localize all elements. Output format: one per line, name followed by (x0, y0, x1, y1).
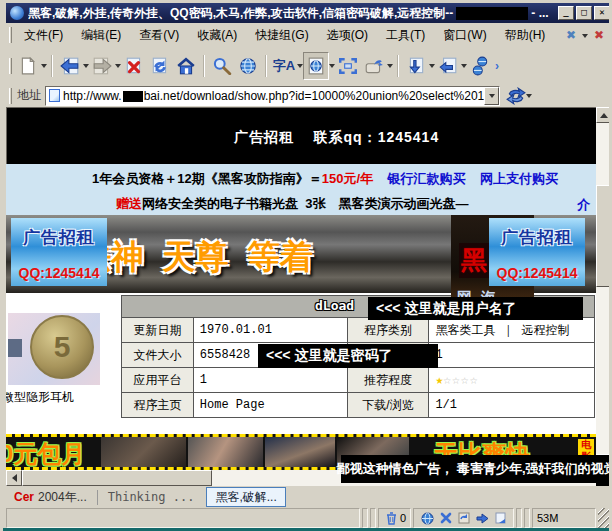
bank-payment-link[interactable]: 银行汇款购买 (387, 170, 465, 188)
new-page-dropdown[interactable] (41, 64, 47, 71)
addressbar-drag-handle[interactable] (9, 88, 12, 104)
tab-3-active[interactable]: 黑客,破解... (206, 487, 285, 507)
resize-grip[interactable] (598, 508, 612, 528)
gift-banner: 赠送网络安全类的电子书籍光盘 3张 黑客类演示动画光盘— (6, 193, 596, 215)
menu-view[interactable]: 查看(V) (130, 24, 188, 46)
status-panel (362, 508, 368, 528)
status-panel (524, 508, 530, 528)
close-button[interactable]: ✕ (594, 6, 610, 20)
horizontal-scroll-thumb[interactable] (22, 470, 212, 486)
quick-actions-panel (413, 508, 514, 528)
new-page-button[interactable] (15, 52, 41, 80)
tab-bar: Cer2004年... Thinking ... 黑客,破解... (6, 486, 612, 508)
scroll-up-button[interactable] (596, 107, 612, 123)
undo-close-button[interactable] (435, 52, 461, 80)
translate-icon: 字A (273, 57, 295, 75)
refresh-button[interactable] (147, 52, 173, 80)
title-bar[interactable]: 黑客,破解,外挂,传奇外挂、QQ密码,木马,作弊,攻击软件,信箱密码破解,远程控… (6, 3, 612, 23)
menubar-drag-handle[interactable] (9, 27, 12, 43)
address-dropdown-button[interactable] (484, 87, 499, 105)
memory-usage: 53M (537, 512, 558, 524)
vertical-scrollbar[interactable] (596, 107, 612, 470)
collector-button[interactable] (361, 52, 387, 80)
scroll-left-button[interactable] (6, 470, 22, 486)
status-page-icon[interactable] (495, 512, 506, 524)
address-url[interactable]: http://www.bai.net/download/show.php?id=… (63, 89, 499, 103)
status-forward-icon[interactable] (476, 513, 489, 524)
status-panel (516, 508, 522, 528)
download-icon (406, 57, 426, 75)
status-globe-icon[interactable] (421, 512, 434, 525)
proxy-button[interactable] (467, 52, 493, 80)
tab-1[interactable]: Cer2004年... (6, 488, 95, 506)
popup-killer-icon[interactable]: ✖ (566, 28, 576, 42)
coin: 5 (30, 315, 94, 379)
stop-button[interactable] (121, 52, 147, 80)
gift-intro-link[interactable]: 介 (577, 196, 590, 214)
new-page-icon (19, 57, 37, 75)
top-ad-text[interactable]: 广告招租 联系qq：1245414 (234, 129, 439, 147)
table-row: 应用平台 1 推荐程度 ★☆☆☆☆ (122, 368, 595, 393)
stop-icon (124, 57, 144, 75)
trash-panel[interactable]: 0 (378, 508, 411, 528)
go-dropdown[interactable] (526, 94, 532, 101)
gift-text: 网络安全类的电子书籍光盘 3张 黑客类演示动画光盘— (142, 195, 468, 213)
menu-options[interactable]: 选项(O) (318, 24, 377, 46)
status-stop-icon[interactable] (440, 512, 452, 524)
chevron-down-icon (489, 94, 495, 101)
row-value[interactable]: Home Page (193, 393, 347, 418)
forward-button[interactable] (89, 52, 115, 80)
ad-photo (101, 437, 186, 467)
menu-window[interactable]: 窗口(W) (434, 24, 495, 46)
sql-injection-username: dLoad (315, 298, 354, 313)
vertical-scroll-thumb[interactable] (596, 185, 612, 287)
menu-edit[interactable]: 编辑(E) (72, 24, 130, 46)
toolbar-separator (397, 55, 399, 77)
go-button[interactable] (506, 87, 526, 105)
online-payment-link[interactable]: 网上支付购买 (480, 170, 558, 188)
download-button[interactable] (403, 52, 429, 80)
toolbar-drag-handle[interactable] (9, 58, 12, 74)
row-value: 黑客类工具 ｜ 远程控制 (429, 318, 595, 343)
collector-dropdown[interactable] (387, 64, 393, 71)
coin-ad-image[interactable]: 5 (8, 313, 100, 385)
menu-file[interactable]: 文件(F) (15, 24, 72, 46)
address-input[interactable]: http://www.bai.net/download/show.php?id=… (45, 86, 500, 106)
star-empty-icon: ☆☆☆☆ (443, 373, 478, 388)
ad-banner-left[interactable]: 广告招租 QQ:1245414 (11, 218, 107, 286)
magazine-title-char: 黑 (459, 243, 489, 278)
translate-button[interactable]: 字A (271, 52, 297, 80)
arrow-up-icon (600, 109, 608, 118)
view-mode-button[interactable] (303, 52, 329, 80)
home-button[interactable] (173, 52, 199, 80)
membership-price: 150元/年 (322, 170, 373, 188)
tab-2[interactable]: Thinking ... (100, 488, 203, 506)
maximize-button[interactable]: □ (576, 6, 592, 20)
menu-groups[interactable]: 快捷组(G) (246, 24, 317, 46)
back-button[interactable] (57, 52, 83, 80)
ad-banner-left-qq: QQ:1245414 (11, 265, 107, 281)
refresh-icon (150, 57, 170, 75)
capture-button[interactable] (335, 52, 361, 80)
minimize-button[interactable]: _ (558, 6, 574, 20)
censor-note-box: 鄙视这种情色广告， 毒害青少年,强奸我们的视觉 (341, 455, 612, 483)
menu-favorites[interactable]: 收藏(A) (188, 24, 246, 46)
search-button[interactable] (209, 52, 235, 80)
address-label: 地址 (17, 87, 41, 104)
toolbar-separator (265, 55, 267, 77)
popup-kill-all-icon[interactable]: ✖ (594, 28, 604, 42)
ad-banner-right[interactable]: 广告招租 QQ:1245414 (489, 218, 585, 286)
back-icon (60, 57, 80, 75)
toolbar-overflow-chevron[interactable]: › (495, 59, 499, 73)
row-value: 1 (193, 368, 347, 393)
browser-globe-button[interactable] (235, 52, 261, 80)
row-label: 推荐程度 (347, 368, 429, 393)
ad-photo (265, 437, 335, 467)
menu-tools[interactable]: 工具(T) (377, 24, 434, 46)
status-bar: 0 53M (6, 508, 612, 528)
row-value: 1970.01.01 (193, 318, 347, 343)
status-refresh-icon[interactable] (458, 512, 470, 524)
popup-killer-dropdown[interactable] (582, 34, 588, 41)
menu-help[interactable]: 帮助(H) (496, 24, 555, 46)
view-globe-icon (307, 57, 325, 75)
